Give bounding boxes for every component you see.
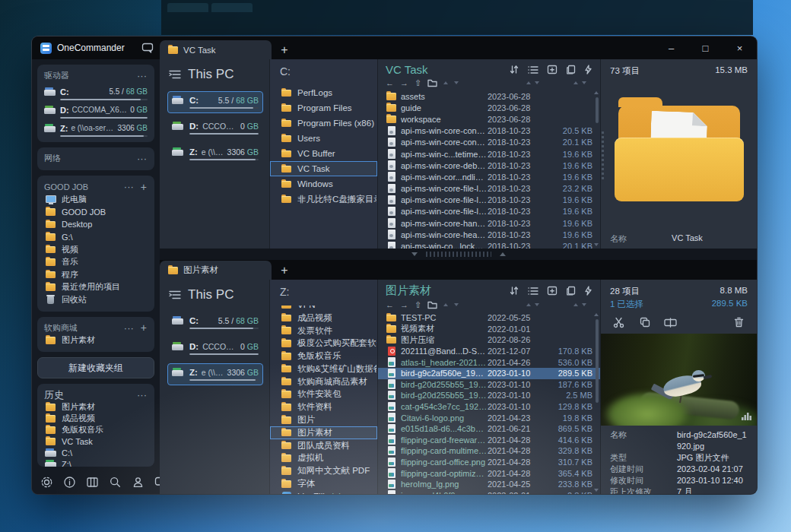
sidebar-item[interactable]: 最近使用的项目: [44, 281, 148, 294]
folder-item[interactable]: 字体: [270, 477, 377, 490]
file-row[interactable]: api-ms-win-core-heap-l1-1-0.dll 2018-10-…: [378, 229, 600, 240]
sidebar-drive-item[interactable]: Z: e (\\oa-server) 3306 GB: [44, 123, 148, 137]
user-icon[interactable]: [132, 476, 145, 489]
file-row[interactable]: api-ms-win-core-debug-l1-1-0.dll 2018-10…: [378, 160, 600, 171]
folder-item[interactable]: 软购商城商品素材: [270, 375, 377, 388]
folder-item[interactable]: Program Files: [270, 100, 377, 116]
drive-item[interactable]: Z: e (\\oa-serv... 3306 GB: [167, 143, 263, 165]
file-row[interactable]: 202111@Band...D-Softhead.pdf 2021-12-07 …: [378, 346, 600, 357]
folder-item[interactable]: 免版权音乐: [270, 350, 377, 363]
folder-item[interactable]: 非凡比特C盘搬家目录: [270, 192, 377, 207]
new-tab-button[interactable]: +: [272, 40, 297, 59]
file-row[interactable]: Citavi-6-logo.png 2021-04-23 19.8 KB: [378, 412, 600, 423]
drive-item[interactable]: C: 5.5 / 68 GB: [167, 91, 263, 113]
folder-item[interactable]: 软购&艾维矿山数据备份: [270, 363, 377, 375]
file-row[interactable]: flipping-card-office.png 2021-04-28 310.…: [378, 457, 600, 468]
sidebar-item[interactable]: 音乐: [44, 256, 148, 269]
parent-folder-icon[interactable]: [427, 301, 437, 309]
network-menu-button[interactable]: ···: [136, 154, 148, 163]
sidebar-item[interactable]: 此电脑: [44, 193, 148, 206]
mall-menu-button[interactable]: ···: [123, 323, 135, 333]
copy-icon[interactable]: [634, 314, 655, 331]
preview-divider-handle[interactable]: [602, 131, 604, 180]
folder-item[interactable]: VPN: [270, 306, 377, 312]
scroll-down-icon[interactable]: [454, 81, 459, 84]
scroll-up-icon[interactable]: [443, 303, 448, 306]
sidebar-drive-item[interactable]: D: CCCOMA_X64FR... 0 GB: [44, 105, 148, 119]
filter-flash-icon[interactable]: [584, 65, 592, 74]
folder-item[interactable]: 知网中文文献 PDF: [270, 464, 377, 477]
folder-item[interactable]: 图片: [270, 413, 377, 426]
tab-vc-task[interactable]: VC Task: [160, 40, 272, 59]
sidebar-drive-item[interactable]: C: 5.5 / 68 GB: [44, 87, 148, 100]
trash-icon[interactable]: [729, 314, 749, 331]
forward-icon[interactable]: →: [400, 300, 408, 309]
file-row[interactable]: api-ms-win-c...tetime-l1-1-0.dll 2018-10…: [378, 148, 600, 160]
layout-columns-icon[interactable]: [86, 476, 99, 489]
sort-icon[interactable]: [509, 65, 519, 74]
file-row[interactable]: bird-g20d255b55_1920.jpg 2023-01-10 187.…: [378, 379, 600, 391]
histogram-icon[interactable]: [741, 410, 753, 423]
history-item[interactable]: 成品视频: [44, 413, 148, 424]
back-icon[interactable]: ←: [386, 300, 394, 309]
pane-menu-icon[interactable]: [169, 290, 181, 299]
file-row[interactable]: api-ms-win-core-console-l1-1-0.dll 2018-…: [378, 125, 600, 137]
clipboard-icon[interactable]: [566, 65, 576, 74]
back-icon[interactable]: ←: [386, 78, 394, 87]
folder-item[interactable]: Windows: [270, 176, 377, 192]
file-row[interactable]: workspace 2023-06-28: [378, 113, 600, 125]
sidebar-item[interactable]: 程序: [44, 268, 148, 281]
rename-icon[interactable]: [660, 314, 681, 331]
new-folder-icon[interactable]: [547, 286, 558, 296]
drive-item[interactable]: C: 5.5 / 68 GB: [167, 312, 263, 334]
file-row[interactable]: bird-g9c2af560e_1920.jpg 2023-01-10 289.…: [378, 368, 600, 379]
file-row[interactable]: 视频素材 2022-01-01: [378, 324, 600, 335]
folder-item[interactable]: 图片素材: [270, 426, 377, 439]
history-item[interactable]: 免版权音乐: [44, 424, 148, 435]
file-row[interactable]: heroImg_lg.png 2021-04-25 233.8 KB: [378, 479, 600, 490]
folder-item[interactable]: Users: [270, 131, 377, 146]
pane-menu-icon[interactable]: [169, 70, 181, 79]
file-row[interactable]: e015d1a8-d6...4c3b5a7d367.png 2021-06-21…: [378, 423, 600, 435]
folder-item[interactable]: Program Files (x86): [270, 116, 377, 131]
file-row[interactable]: guide 2023-06-28: [378, 102, 600, 113]
sidebar-item[interactable]: 图片素材: [44, 334, 148, 347]
folder-item[interactable]: VC Buffer: [270, 146, 377, 161]
file-row[interactable]: bird-g20d255b55_1920.PNG 2023-01-10 2.5 …: [378, 390, 600, 401]
date-sort-carets[interactable]: [488, 303, 545, 306]
settings-gear-icon[interactable]: [40, 476, 53, 489]
file-row[interactable]: api-ms-win-cor...ndling-l1-1-0.dll 2018-…: [378, 171, 600, 182]
drives-menu-button[interactable]: ···: [136, 71, 148, 81]
folder-item[interactable]: 软件安装包: [270, 388, 377, 401]
image-preview[interactable]: [601, 334, 757, 426]
clipboard-icon[interactable]: [566, 286, 576, 296]
history-menu-button[interactable]: ···: [136, 390, 148, 400]
folder-item[interactable]: LiveZilla.lnk: [270, 490, 377, 494]
sidebar-item[interactable]: 回收站: [44, 293, 148, 306]
folder-item[interactable]: 成品视频: [270, 312, 377, 325]
file-row[interactable]: cat-g454c3e7cc_1920.jpg 2023-01-10 129.8…: [378, 401, 600, 413]
folder-item[interactable]: 极度公式购买配套软件: [270, 337, 377, 350]
folder-item[interactable]: 虚拟机: [270, 452, 377, 465]
new-tab-button[interactable]: +: [272, 261, 297, 280]
size-sort-carets[interactable]: [545, 81, 592, 84]
scrollbar[interactable]: [594, 313, 599, 492]
parent-folder-icon[interactable]: [427, 79, 437, 87]
view-list-icon[interactable]: [528, 287, 538, 296]
search-icon[interactable]: [109, 476, 122, 489]
sort-icon[interactable]: [509, 286, 519, 296]
folder-item[interactable]: 软件资料: [270, 401, 377, 413]
favorites-menu-button[interactable]: ···: [123, 182, 135, 192]
scroll-down-icon[interactable]: [454, 303, 459, 306]
sidebar-item[interactable]: Desktop: [44, 218, 148, 231]
file-row[interactable]: api-ms-win-core-file-l1-1-0.dll 2018-10-…: [378, 183, 600, 195]
date-sort-carets[interactable]: [488, 81, 545, 84]
up-icon[interactable]: ⇧: [415, 78, 421, 88]
history-item[interactable]: VC Task: [44, 435, 148, 447]
sidebar-item[interactable]: 视频: [44, 243, 148, 256]
file-row[interactable]: api-ms-win-core-console-l1-2-0.dll 2018-…: [378, 137, 600, 148]
file-row[interactable]: ico_send4b0f9a.png 2023-02-01 2.8 KB: [378, 490, 600, 495]
feedback-chat-icon[interactable]: [141, 43, 154, 53]
file-row[interactable]: flipping-card-optimize.png 2021-04-28 36…: [378, 467, 600, 479]
file-row[interactable]: api-ms-win-core-file-l2-1-0.dll 2018-10-…: [378, 206, 600, 217]
